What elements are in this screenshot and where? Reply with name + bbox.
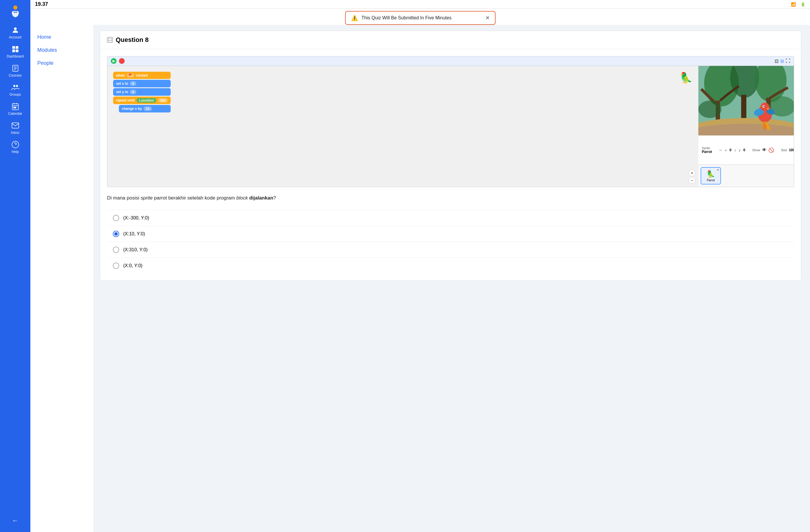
block-set-y: set y to 0 [113,88,171,96]
parrot-sprite-floating: 🦜 [680,72,693,84]
sidebar-item-courses[interactable]: Courses [0,61,30,80]
answer-option-b[interactable]: (X:10, Y:0) [107,226,794,242]
sprite-delete-icon[interactable]: ✕ [717,168,719,171]
wifi-icon: 📶 [791,2,796,7]
question-title: Question 8 [116,36,149,44]
alert-close-button[interactable]: ✕ [485,15,490,21]
svg-point-0 [13,5,17,10]
sidebar-item-inbox[interactable]: Inbox [0,118,30,138]
fullscreen-icon[interactable]: ⛶ [786,59,790,64]
svg-point-1 [14,12,15,13]
stop-button[interactable] [119,58,125,64]
sidebar-label-account: Account [9,35,21,39]
sprite-info-panel: Sprite Parrot ↔ x 0 ↕ y [702,146,794,154]
radio-c[interactable] [113,247,119,253]
scratch-main: 🦜 when 🚩 clicked set x to [107,66,794,187]
time-display: 19.37 [35,1,48,7]
svg-point-20 [12,141,18,148]
radio-d[interactable] [113,263,119,269]
svg-point-2 [16,12,17,13]
sprite-name-value: Parrot [702,150,712,154]
question-body: ▶ ⊡ ⊞ ⛶ [100,49,801,280]
sprite-show-group: Show 👁 🚫 [752,148,774,153]
svg-point-3 [14,28,16,30]
y-arrow-icon: ↕ [734,148,736,152]
radio-b[interactable] [113,231,119,237]
small-stage-icon[interactable]: ⊡ [775,59,778,64]
zoom-in-button[interactable]: + [688,169,695,176]
show-visible-icon[interactable]: 👁 [762,148,766,153]
svg-rect-7 [16,49,18,52]
sidebar-item-calendar[interactable]: Calendar [0,99,30,118]
block-repeat-until: repeat until x position 300 [113,97,171,104]
svg-point-13 [16,85,18,87]
sidebar-label-courses: Courses [9,73,22,78]
sidebar-item-account[interactable]: Account [0,23,30,42]
svg-rect-6 [12,49,15,52]
svg-point-31 [698,101,722,118]
sprite-size: 100 [789,148,794,152]
answer-text-b: (X:10, Y:0) [123,231,145,236]
sprite-label: Sprite [702,146,712,150]
x-arrow-icon: ↔ [719,148,722,152]
question-header: Question 8 [100,31,801,49]
sprite-size-group: Size 100 [781,148,794,152]
left-nav: Home Modules People [30,25,94,532]
parrot-sprite-label: Parrot [707,179,715,182]
radio-a[interactable] [113,215,119,221]
sidebar-item-help[interactable]: Help [0,138,30,157]
status-bar: 19.37 📶 🔋 [30,0,810,9]
answer-option-a[interactable]: (X:-300, Y:0) [107,210,794,226]
sidebar-item-groups[interactable]: Groups [0,80,30,99]
question-card: Question 8 ▶ ⊡ ⊞ ⛶ [100,31,801,281]
scratch-sprite-bottom: Sprite Parrot ↔ x 0 ↕ y [698,135,794,165]
sidebar: Account Dashboard Courses Groups Calenda… [0,0,30,532]
block-set-x: set x to 0 [113,80,171,87]
parrot-sprite-thumb[interactable]: ✕ 🦜 Parrot [701,167,721,184]
scratch-stage-area: Sprite Parrot ↔ x 0 ↕ y [698,66,794,187]
nav-item-people[interactable]: People [30,57,94,70]
large-stage-icon[interactable]: ⊞ [780,59,784,64]
question-area: Question 8 ▶ ⊡ ⊞ ⛶ [94,25,810,532]
nav-item-modules[interactable]: Modules [30,44,94,57]
block-change-x: change x by 10 [119,105,171,113]
svg-point-30 [698,124,794,135]
scratch-toolbar: ▶ ⊡ ⊞ ⛶ [107,56,794,66]
svg-point-12 [13,85,15,87]
content-row: Home Modules People Question 8 [30,25,810,532]
sidebar-label-groups: Groups [10,93,21,97]
sprite-y: 0 [743,148,745,152]
svg-point-38 [763,106,765,107]
zoom-out-button[interactable]: − [688,177,695,184]
sidebar-item-dashboard[interactable]: Dashboard [0,42,30,61]
answer-option-c[interactable]: (X:310, Y:0) [107,242,794,257]
zoom-controls: + − [688,169,695,184]
sidebar-label-dashboard: Dashboard [7,54,24,59]
svg-rect-4 [12,46,15,49]
answer-text-c: (X:310, Y:0) [123,247,148,252]
show-label: Show [752,148,760,152]
sprite-x: 0 [730,148,732,152]
toolbar-right-icons: ⊡ ⊞ ⛶ [775,59,790,64]
show-hidden-icon[interactable]: 🚫 [768,148,774,153]
app-logo [7,3,24,20]
alert-box: ⚠️ This Quiz Will Be Submitted In Five M… [345,11,496,25]
green-flag-button[interactable]: ▶ [111,58,117,64]
sprite-coords: ↔ x 0 ↕ y 0 [719,148,745,152]
main-area: 19.37 📶 🔋 ⚠️ This Quiz Will Be Submitted… [30,0,810,532]
battery-icon: 🔋 [800,2,805,7]
svg-point-36 [761,103,769,111]
alert-warning-icon: ⚠️ [351,14,358,21]
answer-options: (X:-300, Y:0) (X:10, Y:0) (X:310, Y:0) [107,210,794,273]
back-button[interactable]: ← [7,512,23,529]
scratch-stage-image [698,66,794,135]
svg-rect-27 [741,95,746,118]
svg-rect-5 [16,46,18,49]
sprite-thumbnails: ✕ 🦜 Parrot [698,165,794,187]
bookmark-icon[interactable] [107,37,113,43]
answer-option-d[interactable]: (X:0, Y:0) [107,257,794,273]
alert-text: This Quiz Will Be Submitted In Five Minu… [361,15,482,20]
nav-item-home[interactable]: Home [30,31,94,44]
svg-rect-19 [15,107,16,108]
answer-text-d: (X:0, Y:0) [123,263,142,268]
